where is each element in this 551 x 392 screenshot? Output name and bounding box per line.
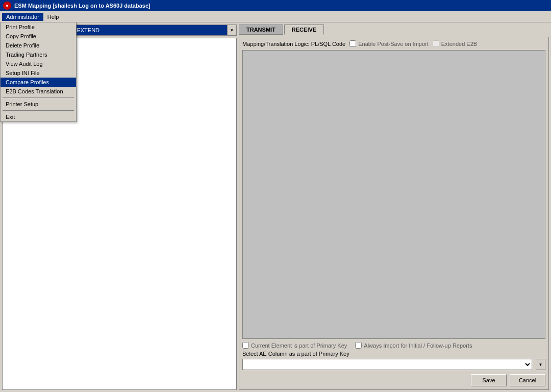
tab-transmit[interactable]: TRANSMIT	[239, 24, 283, 35]
menu-separator-2	[3, 110, 74, 111]
receive-panel: Mapping/Translation Logic: PL/SQL Code E…	[239, 37, 549, 390]
bottom-checkboxes: Current Element is part of Primary Key A…	[242, 342, 545, 349]
primary-key-checkbox[interactable]	[242, 342, 249, 349]
menu-item-printer-setup[interactable]: Printer Setup	[1, 100, 76, 109]
ae-select-arrow[interactable]: ▼	[536, 359, 545, 370]
extended-e2b-checkbox[interactable]	[433, 40, 439, 47]
cancel-button[interactable]: Cancel	[510, 374, 545, 386]
menu-bar: Administrator Help Print Profile Copy Pr…	[0, 11, 551, 22]
bottom-section: Current Element is part of Primary Key A…	[242, 342, 545, 386]
menu-item-setup-ini-file[interactable]: Setup INI File	[1, 68, 76, 78]
main-content: SSAGE TEMPLATE - EMEA EXTEND ▼ AGEHEADER…	[0, 22, 551, 392]
save-button[interactable]: Save	[471, 374, 507, 386]
menu-item-delete-profile[interactable]: Delete Profile	[1, 41, 76, 50]
tabs-row: TRANSMIT RECEIVE	[239, 24, 549, 35]
app-icon: ●	[3, 2, 11, 10]
menu-item-e2b-codes-translation[interactable]: E2B Codes Translation	[1, 87, 76, 96]
ae-column-select[interactable]	[242, 359, 532, 370]
menu-item-compare-profiles[interactable]: Compare Profiles	[1, 78, 76, 87]
primary-key-label: Current Element is part of Primary Key	[251, 342, 347, 349]
always-import-label: Always Import for Initial / Follow-up Re…	[364, 342, 472, 349]
enable-post-save-row: Enable Post-Save on Import	[349, 40, 429, 47]
mapping-logic-label: Mapping/Translation Logic: PL/SQL Code	[242, 41, 345, 47]
title-bar: ● ESM Mapping [shailesh Log on to AS60J …	[0, 0, 551, 11]
right-panel: TRANSMIT RECEIVE Mapping/Translation Log…	[239, 24, 549, 390]
code-textarea[interactable]	[242, 50, 545, 339]
menu-item-print-profile[interactable]: Print Profile	[1, 22, 76, 32]
tab-receive[interactable]: RECEIVE	[284, 24, 324, 35]
enable-post-save-checkbox[interactable]	[349, 40, 356, 47]
menu-administrator[interactable]: Administrator	[2, 13, 43, 21]
menu-item-trading-partners[interactable]: Trading Partners	[1, 50, 76, 59]
menu-item-view-audit-log[interactable]: View Audit Log	[1, 59, 76, 68]
menu-help[interactable]: Help	[43, 13, 63, 21]
extended-e2b-label: Extended E2B	[441, 41, 477, 47]
extended-e2b-row: Extended E2B	[433, 40, 477, 47]
administrator-dropdown: Print Profile Copy Profile Delete Profil…	[0, 22, 77, 122]
profile-dropdown-arrow[interactable]: ▼	[228, 24, 237, 36]
ae-column-select-row: ▼	[242, 359, 545, 370]
title-text: ESM Mapping [shailesh Log on to AS60J da…	[14, 3, 151, 9]
primary-key-row: Current Element is part of Primary Key	[242, 342, 347, 349]
always-import-checkbox[interactable]	[355, 342, 362, 349]
menu-separator-1	[3, 97, 74, 98]
menu-item-exit[interactable]: Exit	[1, 112, 76, 121]
select-ae-row: Select AE Column as a part of Primary Ke…	[242, 351, 545, 357]
always-import-row: Always Import for Initial / Follow-up Re…	[355, 342, 472, 349]
button-row: Save Cancel	[242, 374, 545, 386]
menu-item-copy-profile[interactable]: Copy Profile	[1, 32, 76, 41]
mapping-logic-row: Mapping/Translation Logic: PL/SQL Code E…	[242, 40, 545, 47]
select-ae-label: Select AE Column as a part of Primary Ke…	[242, 351, 349, 357]
enable-post-save-label: Enable Post-Save on Import	[358, 41, 429, 47]
